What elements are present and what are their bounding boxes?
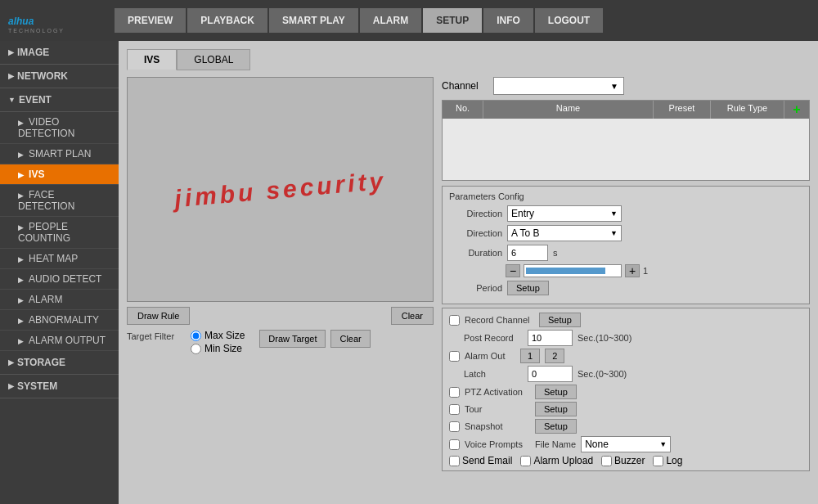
params-title: Parameters Config — [449, 191, 802, 201]
log-check[interactable]: Log — [653, 455, 682, 466]
col-preset: Preset — [654, 101, 711, 119]
clear-target-button[interactable]: Clear — [330, 330, 370, 348]
min-size-radio[interactable] — [191, 344, 201, 354]
alarm-upload-check[interactable]: Alarm Upload — [520, 455, 593, 466]
direction1-arrow-icon: ▼ — [610, 209, 618, 218]
tour-label: Tour — [465, 404, 530, 414]
nav-tab-alarm[interactable]: ALARM — [360, 8, 421, 33]
record-channel-label: Record Channel — [465, 315, 534, 325]
arrow-right-icon3: ▶ — [18, 119, 24, 127]
snapshot-row: Snapshot Setup — [449, 419, 802, 434]
camera-view: jimbu security — [127, 77, 434, 302]
post-record-unit: Sec.(10~300) — [578, 333, 631, 343]
sidebar-item-alarm-output[interactable]: ▶ ALARM OUTPUT — [0, 331, 119, 351]
voice-row: Voice Prompts File Name None ▼ — [449, 436, 802, 452]
nav-tabs: PREVIEW PLAYBACK SMART PLAY ALARM SETUP … — [115, 8, 603, 33]
sidebar-section-event[interactable]: ▼ EVENT — [0, 88, 119, 112]
post-record-input[interactable] — [528, 330, 573, 346]
watermark-text: jimbu security — [173, 166, 387, 212]
sidebar-section-storage[interactable]: ▶ STORAGE — [0, 351, 119, 375]
nav-tab-smartplay[interactable]: SMART PLAY — [269, 8, 358, 33]
slider-plus-btn[interactable]: + — [625, 264, 640, 277]
tour-checkbox[interactable] — [449, 404, 460, 415]
snapshot-setup-button[interactable]: Setup — [535, 419, 577, 434]
period-setup-button[interactable]: Setup — [507, 281, 549, 295]
logo-text: alhua — [8, 8, 34, 28]
buzzer-check[interactable]: Buzzer — [601, 455, 645, 466]
channel-select[interactable]: ▼ — [493, 77, 624, 95]
rules-table: No. Name Preset Rule Type + — [442, 100, 810, 181]
sidebar-item-heat-map[interactable]: ▶ HEAT MAP — [0, 249, 119, 269]
record-channel-setup-button[interactable]: Setup — [539, 313, 581, 327]
buzzer-checkbox[interactable] — [601, 456, 612, 466]
arrow-right-icon9: ▶ — [18, 276, 24, 284]
add-rule-button[interactable]: + — [784, 101, 809, 119]
sidebar-item-face-detection[interactable]: ▶ FACE DETECTION — [0, 185, 119, 217]
voice-arrow-icon: ▼ — [659, 440, 667, 448]
sidebar-section-network[interactable]: ▶ NETWORK — [0, 65, 119, 88]
nav-tab-playback[interactable]: PLAYBACK — [187, 8, 267, 33]
target-filter-label: Target Filter — [127, 330, 184, 341]
arrow-right-icon11: ▶ — [18, 317, 24, 325]
record-channel-checkbox[interactable] — [449, 315, 460, 326]
arrow-right-icon8: ▶ — [18, 255, 24, 263]
arrow-down-icon: ▼ — [8, 96, 16, 104]
alarm-upload-checkbox[interactable] — [520, 456, 531, 466]
voice-select[interactable]: None ▼ — [581, 436, 671, 452]
voice-checkbox[interactable] — [449, 439, 460, 450]
tab-ivs[interactable]: IVS — [127, 49, 177, 70]
record-channel-row: Record Channel Setup — [449, 313, 802, 327]
sidebar-item-ivs[interactable]: ▶ IVS — [0, 164, 119, 185]
send-email-check[interactable]: Send Email — [449, 455, 512, 466]
direction1-select[interactable]: Entry ▼ — [507, 205, 622, 222]
log-checkbox[interactable] — [653, 456, 663, 466]
arrow-right-icon6: ▶ — [18, 191, 24, 200]
alarm-out-checkbox[interactable] — [449, 351, 460, 362]
sidebar-item-audio-detect[interactable]: ▶ AUDIO DETECT — [0, 269, 119, 290]
nav-tab-info[interactable]: INFO — [483, 8, 533, 33]
tour-setup-button[interactable]: Setup — [535, 402, 577, 416]
sidebar: ▶ IMAGE ▶ NETWORK ▼ EVENT ▶ VIDEO DETECT… — [0, 41, 119, 504]
draw-target-button[interactable]: Draw Target — [259, 330, 326, 348]
logo-sub: TECHNOLOGY — [8, 28, 65, 34]
min-size-option[interactable]: Min Size — [191, 343, 245, 354]
sidebar-item-people-counting[interactable]: ▶ PEOPLE COUNTING — [0, 217, 119, 249]
header: alhua TECHNOLOGY PREVIEW PLAYBACK SMART … — [0, 0, 818, 41]
alarm-out-btn2[interactable]: 2 — [545, 349, 564, 363]
bottom-checks: Send Email Alarm Upload Buzzer Log — [449, 455, 802, 466]
max-size-radio[interactable] — [191, 331, 201, 341]
target-filter: Target Filter Max Size Min Size Draw Tar… — [127, 330, 434, 354]
tab-global[interactable]: GLOBAL — [177, 49, 250, 70]
send-email-checkbox[interactable] — [449, 456, 460, 466]
alarm-out-btn1[interactable]: 1 — [520, 349, 540, 363]
sidebar-item-smart-plan[interactable]: ▶ SMART PLAN — [0, 144, 119, 164]
sidebar-item-video-detection[interactable]: ▶ VIDEO DETECTION — [0, 112, 119, 144]
snapshot-checkbox[interactable] — [449, 421, 460, 432]
content-area: IVS GLOBAL jimbu security Draw Rule Clea… — [119, 41, 818, 504]
settings-section: Record Channel Setup Post Record Sec.(10… — [442, 308, 810, 471]
sidebar-section-system[interactable]: ▶ SYSTEM — [0, 375, 119, 398]
slider-track[interactable] — [524, 264, 622, 277]
rules-body — [443, 119, 809, 180]
duration-input[interactable] — [507, 245, 548, 261]
nav-tab-preview[interactable]: PREVIEW — [115, 8, 186, 33]
slider-minus-btn[interactable]: − — [506, 264, 520, 277]
ptz-setup-button[interactable]: Setup — [535, 385, 577, 399]
sidebar-item-abnormality[interactable]: ▶ ABNORMALITY — [0, 310, 119, 331]
latch-unit: Sec.(0~300) — [578, 369, 627, 379]
direction2-select[interactable]: A To B ▼ — [507, 225, 622, 241]
latch-input[interactable] — [528, 366, 573, 382]
sidebar-item-alarm[interactable]: ▶ ALARM — [0, 290, 119, 310]
draw-target-row: Draw Target Clear — [259, 330, 370, 348]
col-rule-type: Rule Type — [711, 101, 784, 119]
draw-rule-button[interactable]: Draw Rule — [127, 307, 190, 325]
sidebar-section-image[interactable]: ▶ IMAGE — [0, 41, 119, 65]
clear-button[interactable]: Clear — [391, 307, 434, 325]
nav-tab-setup[interactable]: SETUP — [423, 8, 482, 33]
ptz-checkbox[interactable] — [449, 387, 460, 398]
direction1-row: Direction Entry ▼ — [449, 205, 802, 222]
max-size-option[interactable]: Max Size — [191, 330, 245, 341]
nav-tab-logout[interactable]: LOGOUT — [535, 8, 603, 33]
voice-value: None — [585, 439, 609, 450]
arrow-right-icon2: ▶ — [8, 72, 14, 80]
